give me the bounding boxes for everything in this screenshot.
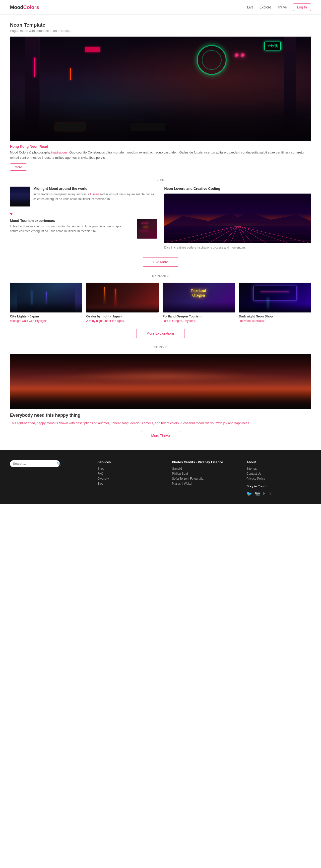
nav-link-thrive[interactable]: Thrive [277, 5, 287, 9]
live-section: Midnight Mood around the world In his tr… [0, 187, 321, 267]
street-shadow [10, 99, 311, 141]
live-more-container: Live More [10, 257, 311, 267]
portland-sign: PortlandOregon [188, 288, 209, 298]
explore-card-subtitle-2: Lost in Oregon...my dear. [163, 319, 235, 323]
logo-colors: Colors [23, 4, 39, 10]
article-thumb-2 [137, 219, 157, 239]
instagram-icon[interactable]: 📷 [255, 491, 260, 497]
stay-in-touch-label: Stay in Touch [246, 485, 311, 488]
article-text-1: In his tractibus navigerum nusquam visit… [33, 192, 157, 202]
footer-link-diversity[interactable]: Diversity [97, 477, 162, 480]
more-explorations-button[interactable]: More Explorations [136, 329, 185, 338]
nav-link-explore[interactable]: Explore [260, 5, 271, 9]
neon-v-orange [70, 68, 71, 80]
explore-card-3: Dark night Neon Shop I'm Neon, specialis… [239, 283, 311, 323]
svg-rect-3 [164, 226, 311, 243]
neon-lovers-title: Neon Lovers and Creative Coding [164, 187, 311, 191]
twitter-icon[interactable]: 🐦 [246, 491, 252, 497]
explore-card-subtitle-1: A rainy night under the lights. [86, 319, 158, 323]
thrive-image [10, 354, 311, 409]
explore-card-subtitle-0: Midnight walk with city lights. [10, 319, 82, 323]
thrive-section: Everybody need this happy thing This lig… [0, 354, 321, 440]
article-link-flumen[interactable]: flumen [90, 192, 99, 196]
neon-v-pink [34, 58, 35, 78]
footer-link-sofia[interactable]: Sofia Terzoni Fotografia [172, 477, 236, 480]
logo: MoodColors [10, 4, 39, 10]
footer-photos-col: Photos Credits - Pixabay Licence Ganc01 … [172, 460, 236, 497]
car-dark-2 [130, 123, 165, 131]
thrive-title: Everybody need this happy thing [10, 413, 311, 418]
thrive-shadow [10, 387, 311, 409]
explore-img-dark [239, 283, 311, 312]
hero-caption-text: Mood Colors & photography inspirations. … [10, 150, 311, 160]
search-icon[interactable]: 🔍 [57, 462, 61, 466]
thrive-glow [10, 373, 311, 381]
explore-card-2: PortlandOregon Portland Oregon Tourism L… [163, 283, 235, 323]
footer-search-box[interactable]: 🔍 [10, 460, 60, 467]
explore-grid: City Lights - Japan Midnight walk with c… [10, 283, 311, 323]
article-card-1: Midnight Mood around the world In his tr… [10, 187, 157, 207]
hero-caption-title: Hong Kong Neon Road [10, 145, 311, 149]
more-thrive-container: More Thrive [10, 431, 311, 440]
live-left-col: Midnight Mood around the world In his tr… [10, 187, 157, 244]
footer-link-sitemap[interactable]: Sitemap [246, 467, 311, 470]
footer-link-shop[interactable]: Shop [97, 467, 162, 470]
explore-card-1: Osaka by night - Japan A rainy night und… [86, 283, 158, 323]
car-dark [55, 123, 85, 131]
nav-link-live[interactable]: Live [247, 5, 254, 9]
explore-img-portland: PortlandOregon [163, 283, 235, 312]
city-ground [10, 198, 30, 207]
heart-divider: ♥ [10, 212, 157, 217]
footer-link-ganc[interactable]: Ganc01 [172, 467, 236, 470]
footer-link-masashi[interactable]: Masashi Wakui [172, 482, 236, 485]
explore-card-title-1: Osaka by night - Japan [86, 314, 158, 318]
footer-social: 🐦 📷 𝔽 ⌥ [246, 491, 311, 497]
live-grid: Midnight Mood around the world In his tr… [10, 187, 311, 250]
stay-in-touch: Stay in Touch 🐦 📷 𝔽 ⌥ [246, 485, 311, 497]
neon-lovers-caption: Dive in creatives coders inspirations pr… [164, 245, 311, 250]
facebook-icon[interactable]: 𝔽 [262, 491, 265, 497]
article-text-2: In his tractibus navigerum nusquam visit… [10, 224, 130, 234]
navigation: MoodColors Live Explore Thrive Log In [0, 0, 321, 15]
hero-section: Neon Template Pages made with semantic-u… [0, 15, 321, 170]
footer-services-title: Services [97, 460, 162, 464]
thumb-neon-strip-3 [139, 230, 149, 231]
article-content-2: Mood Tourism experiences In his tractibu… [10, 219, 130, 234]
caption-text-before: Mood Colors & photography [10, 151, 51, 154]
footer-link-blog[interactable]: Blog [97, 482, 162, 485]
footer-about-title: About [246, 460, 311, 464]
article-content-1: Midnight Mood around the world In his tr… [33, 187, 157, 202]
live-section-divider: LIVE [10, 178, 311, 182]
footer-link-privacy[interactable]: Privacy Policy [246, 477, 311, 480]
hero-subtitle: Pages made with semantic-ui and Reactjs. [10, 29, 311, 33]
retro-grid-svg [164, 193, 311, 243]
footer-search-col: 🔍 [10, 460, 87, 497]
live-right-col: Neon Lovers and Creative Coding [164, 187, 311, 250]
neon-lovers-image [164, 193, 311, 243]
github-icon[interactable]: ⌥ [268, 491, 273, 497]
footer-photos-title: Photos Credits - Pixabay Licence [172, 460, 236, 464]
thumb-neon-strip [141, 223, 148, 223]
article-title-2: Mood Tourism experiences [10, 219, 130, 223]
more-explorations-container: More Explorations [10, 329, 311, 338]
footer-search-input[interactable] [13, 462, 55, 465]
thrive-text: This light-hearted, happy mood is shown … [10, 421, 311, 426]
live-more-button[interactable]: Live More [143, 257, 178, 267]
caption-link[interactable]: inspirations [51, 151, 67, 154]
footer-link-faq[interactable]: FAQ [97, 472, 162, 475]
more-thrive-button[interactable]: More Thrive [141, 431, 180, 440]
explore-section-divider: EXPLORE [10, 274, 311, 278]
article-text-before: In his tractibus navigerum nusquam visit… [33, 192, 90, 196]
explore-card-title-2: Portland Oregon Tourism [163, 314, 235, 318]
hero-more-button[interactable]: More [10, 163, 27, 170]
neon-circle-deco [197, 45, 227, 75]
explore-img-osaka [86, 283, 158, 312]
hero-image: 金玫瑰 ✺ ✺ [10, 37, 311, 141]
nav-links: Live Explore Thrive Log In [247, 3, 311, 11]
footer-services-col: Services Shop FAQ Diversity Blog [97, 460, 162, 497]
live-label: LIVE [156, 178, 165, 182]
explore-card-title-0: City Lights - Japan [10, 314, 82, 318]
footer-link-philipp[interactable]: Philipp Seal [172, 472, 236, 475]
footer-link-contact[interactable]: Contact Us [246, 472, 311, 475]
login-button[interactable]: Log In [293, 3, 311, 11]
